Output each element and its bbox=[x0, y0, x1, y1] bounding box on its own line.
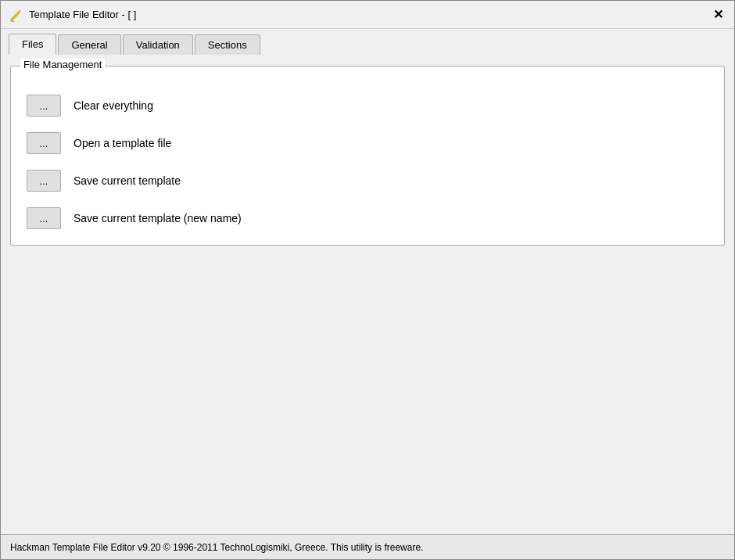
close-button[interactable]: ✕ bbox=[710, 9, 726, 21]
tab-bar: Files General Validation Sections bbox=[1, 29, 734, 55]
title-bar-left: Template File Editor - [ ] bbox=[9, 8, 136, 22]
file-management-group: File Management ... Clear everything ...… bbox=[10, 66, 725, 246]
clear-label: Clear everything bbox=[74, 99, 153, 112]
open-label: Open a template file bbox=[74, 137, 171, 149]
save-new-label: Save current template (new name) bbox=[74, 212, 242, 224]
action-row-open: ... Open a template file bbox=[27, 132, 708, 154]
tab-general[interactable]: General bbox=[58, 34, 120, 55]
tab-sections[interactable]: Sections bbox=[195, 34, 260, 55]
action-row-clear: ... Clear everything bbox=[27, 95, 708, 117]
main-window: Template File Editor - [ ] ✕ Files Gener… bbox=[0, 0, 735, 560]
title-bar: Template File Editor - [ ] ✕ bbox=[1, 1, 734, 29]
status-text: Hackman Template File Editor v9.20 © 199… bbox=[10, 542, 423, 553]
open-button[interactable]: ... bbox=[27, 132, 61, 154]
clear-button[interactable]: ... bbox=[27, 95, 61, 117]
action-row-save: ... Save current template bbox=[27, 170, 708, 192]
save-label: Save current template bbox=[74, 174, 181, 187]
save-button[interactable]: ... bbox=[27, 170, 61, 192]
app-icon bbox=[9, 8, 23, 22]
tab-validation[interactable]: Validation bbox=[123, 34, 193, 55]
main-content: File Management ... Clear everything ...… bbox=[1, 55, 734, 534]
save-new-button[interactable]: ... bbox=[27, 207, 61, 229]
tab-files[interactable]: Files bbox=[9, 34, 56, 55]
status-bar: Hackman Template File Editor v9.20 © 199… bbox=[1, 534, 734, 559]
group-title: File Management bbox=[20, 59, 105, 70]
window-title: Template File Editor - [ ] bbox=[29, 9, 136, 20]
svg-marker-1 bbox=[11, 12, 20, 20]
action-row-save-new: ... Save current template (new name) bbox=[27, 207, 708, 229]
